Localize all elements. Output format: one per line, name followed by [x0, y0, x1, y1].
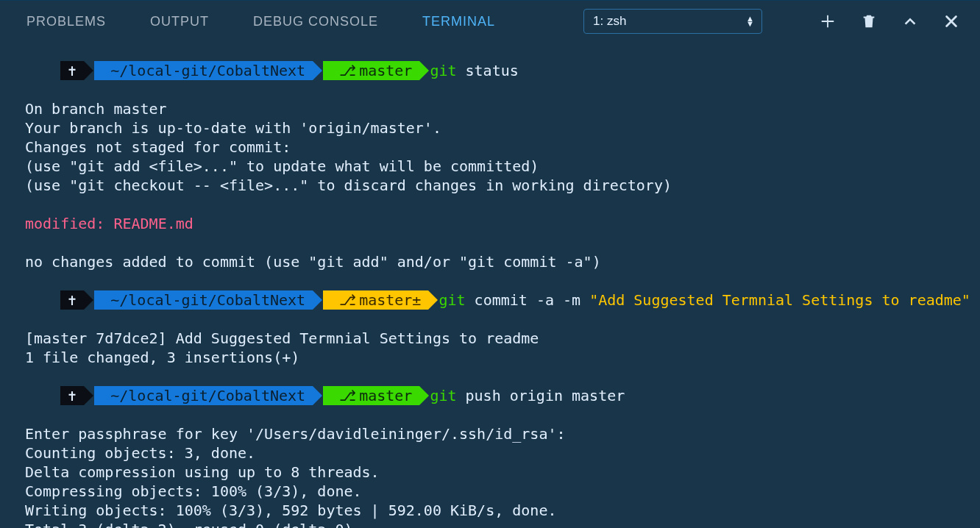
- output-line: no changes added to commit (use "git add…: [25, 252, 955, 271]
- output-line: Counting objects: 3, done.: [25, 443, 955, 463]
- prompt-symbol-seg: ✝: [60, 61, 84, 80]
- output-blank: [25, 233, 955, 252]
- command-args: commit -a -m: [466, 291, 590, 309]
- tab-terminal[interactable]: TERMINAL: [422, 12, 495, 31]
- panel-tabbar: PROBLEMS OUTPUT DEBUG CONSOLE TERMINAL 1…: [0, 1, 980, 42]
- prompt-line: ✝~/local-git/CobaltNext⎇master±git commi…: [25, 271, 955, 329]
- output-line: [master 7d7dce2] Add Suggested Termnial …: [25, 329, 955, 348]
- prompt-branch-seg: ⎇master: [323, 386, 419, 405]
- tab-debug-console[interactable]: DEBUG CONSOLE: [253, 12, 378, 31]
- prompt-line: ✝~/local-git/CobaltNext⎇mastergit push o…: [25, 367, 955, 424]
- command-git: git: [430, 62, 456, 79]
- output-line: (use "git checkout -- <file>..." to disc…: [25, 176, 955, 195]
- kill-terminal-button[interactable]: [861, 13, 877, 29]
- collapse-panel-button[interactable]: [902, 13, 918, 29]
- prompt-line: ✝~/local-git/CobaltNext⎇mastergit status: [25, 42, 955, 99]
- output-line: Enter passphrase for key '/Users/davidle…: [25, 424, 955, 443]
- output-line: Your branch is up-to-date with 'origin/m…: [25, 118, 955, 138]
- prompt-path-seg: ~/local-git/CobaltNext: [94, 386, 313, 405]
- terminal-shell-select[interactable]: 1: zsh ▲▼: [583, 9, 762, 34]
- command-git: git: [438, 291, 465, 309]
- prompt-branch-seg: ⎇master: [323, 61, 419, 80]
- trash-icon: [861, 13, 877, 29]
- output-line: Compressing objects: 100% (3/3), done.: [25, 482, 955, 501]
- git-branch-icon: ⎇: [339, 386, 356, 405]
- command-args: status: [457, 62, 519, 79]
- git-branch-icon: ⎇: [339, 290, 356, 310]
- tab-problems[interactable]: PROBLEMS: [26, 12, 106, 31]
- prompt-branch-dirty-seg: ⎇master±: [323, 290, 428, 310]
- prompt-symbol-seg: ✝: [60, 386, 84, 405]
- output-line: On branch master: [25, 99, 955, 118]
- output-line: Changes not staged for commit:: [25, 138, 955, 157]
- select-arrows-icon: ▲▼: [746, 16, 754, 26]
- git-branch-icon: ⎇: [339, 61, 356, 80]
- command-args: push origin master: [457, 387, 625, 404]
- output-blank: [25, 195, 955, 214]
- terminal-output[interactable]: ✝~/local-git/CobaltNext⎇mastergit status…: [0, 42, 980, 528]
- prompt-path-seg: ~/local-git/CobaltNext: [94, 61, 313, 80]
- output-line: Delta compression using up to 8 threads.: [25, 463, 955, 482]
- output-line: 1 file changed, 3 insertions(+): [25, 348, 955, 367]
- chevron-up-icon: [902, 13, 918, 29]
- shell-select-label: 1: zsh: [593, 12, 626, 31]
- plus-icon: [820, 13, 836, 29]
- close-panel-button[interactable]: [943, 13, 959, 29]
- output-line: Writing objects: 100% (3/3), 592 bytes |…: [25, 501, 955, 520]
- commit-message: "Add Suggested Termnial Settings to read…: [589, 291, 970, 309]
- prompt-symbol-seg: ✝: [60, 290, 84, 310]
- command-git: git: [430, 387, 456, 404]
- close-icon: [943, 13, 959, 29]
- prompt-path-seg: ~/local-git/CobaltNext: [94, 290, 313, 310]
- output-line: (use "git add <file>..." to update what …: [25, 157, 955, 176]
- output-line: Total 3 (delta 2), reused 0 (delta 0): [25, 520, 955, 528]
- new-terminal-button[interactable]: [820, 13, 836, 29]
- output-modified-line: modified: README.md: [25, 214, 955, 233]
- tab-output[interactable]: OUTPUT: [150, 12, 209, 31]
